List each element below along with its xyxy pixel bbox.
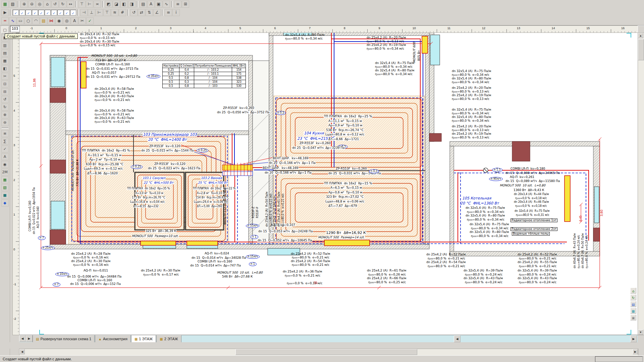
view-previous-button[interactable]: ↺ [51, 1, 59, 8]
page-bottom-button[interactable]: ◪ [113, 1, 120, 8]
sum-results-button[interactable]: ∑ [1, 138, 9, 145]
angle-button[interactable]: ∠ [153, 9, 161, 16]
sheet-tab-floor-1[interactable]: ▦1 ЭТАЖ [131, 335, 156, 343]
insert-table-button[interactable]: ▤ [140, 1, 147, 8]
tabbar-mid-scroll-button[interactable]: ◀ [454, 336, 461, 342]
draw-rect-button[interactable]: ▭ [17, 17, 24, 24]
vertical-scrollbar[interactable]: ▲ ▼ [638, 33, 644, 335]
layer-toggle-8[interactable]: ✓ [57, 10, 63, 15]
horizontal-scrollbar[interactable]: ◀ ▶ [19, 349, 638, 356]
layer-toggle-5[interactable]: ✓ [38, 10, 44, 15]
radiator-tool-button[interactable]: ▤ [40, 17, 47, 24]
labels-button[interactable]: A [1, 153, 9, 160]
hatch-side-button[interactable]: ▧ [1, 184, 9, 191]
options-button[interactable]: ⊞ [182, 1, 189, 8]
layer-toggle-7[interactable]: ✓ [51, 10, 57, 15]
copy-button[interactable]: ⊡ [1, 80, 9, 87]
open-drawing-button[interactable]: ▧ [9, 1, 16, 8]
new-file-button[interactable]: ▢ [1, 26, 9, 34]
print-button[interactable]: ▤ [1, 50, 9, 57]
vertical-scroll-thumb[interactable] [638, 39, 644, 60]
layers-side-button[interactable]: ▦ [1, 176, 9, 183]
undo-button[interactable]: ↺ [1, 96, 9, 103]
horizontal-scroll-thumb[interactable] [235, 349, 417, 355]
status-side-button[interactable]: ■ [1, 192, 9, 199]
cut-button[interactable]: ✂ [1, 73, 9, 80]
page-setup-button[interactable]: ◧ [1, 65, 9, 72]
layer-toggle-2[interactable]: ✓ [19, 10, 25, 15]
ruler-corner-button[interactable] [638, 25, 644, 33]
view-next-button[interactable]: ↻ [59, 1, 66, 8]
zoom-2m-button[interactable]: 2M [1, 169, 9, 176]
insert-text-button[interactable]: A [147, 1, 155, 8]
paste-button[interactable]: ⊟ [1, 88, 9, 95]
new-drawing-button[interactable]: ▦ [1, 1, 9, 8]
page-left-button[interactable]: ◧ [120, 1, 128, 8]
notes-button[interactable]: ▣ [630, 314, 636, 320]
align-top-button[interactable]: ⊤ [103, 9, 111, 16]
align-right-button[interactable]: ⊢ [96, 9, 103, 16]
check-button[interactable]: ✓ [1, 145, 9, 153]
draw-polyline-button[interactable]: ∿ [9, 17, 16, 24]
mirror-button[interactable]: ⇄ [138, 9, 145, 16]
zoom-in-button[interactable]: ⊕ [20, 1, 28, 8]
sensor-tool-button[interactable]: ◎ [63, 17, 70, 24]
rotate-button[interactable]: ↺ [130, 9, 138, 16]
scroll-down-button[interactable]: ▼ [638, 329, 643, 335]
snap-grid-button[interactable]: # [119, 9, 126, 16]
pan-button[interactable]: ↔ [67, 1, 74, 8]
data-tables-button[interactable]: ≡ [1, 130, 9, 137]
draw-circle-button[interactable]: ○ [24, 17, 32, 24]
properties-button[interactable]: ≡ [174, 1, 181, 8]
page-top-button[interactable]: ◩ [105, 1, 112, 8]
ruler-horizontal-button[interactable]: ⊤ [78, 1, 86, 8]
zoom-in-side-button[interactable]: ⊕ [1, 111, 9, 118]
scroll-right-button[interactable]: ▶ [633, 349, 638, 354]
zoom-fit-button[interactable]: ⌂ [630, 288, 636, 294]
insert-object-button[interactable]: ▣ [155, 1, 162, 8]
export-button[interactable]: ◆ [1, 199, 9, 206]
insert-polyline-button[interactable]: ∿ [163, 1, 170, 8]
zoom-out-side-button[interactable]: ⊖ [1, 119, 9, 126]
refresh-view-button[interactable]: ↻ [630, 294, 636, 300]
sheet-tab-floor-2[interactable]: ▦2 ЭТАЖ [156, 335, 181, 343]
draw-arc-button[interactable]: ◠ [32, 17, 40, 24]
scroll-up-button[interactable]: ▲ [638, 33, 643, 38]
print-preview-button[interactable]: ▦ [1, 57, 9, 64]
measure-button[interactable]: ≍ [94, 1, 101, 8]
info-button[interactable]: i [172, 9, 180, 16]
move-button[interactable]: ⇅ [146, 9, 153, 16]
eraser-button[interactable]: ✂ [78, 17, 86, 24]
tabs-scroll-left-button[interactable]: ◀ [19, 335, 26, 342]
align-left-button[interactable]: ⊣ [80, 9, 88, 16]
pump-tool-button[interactable]: ◉ [55, 17, 63, 24]
layers-button[interactable]: ≡ [165, 9, 172, 16]
legend-button[interactable]: ▤ [630, 301, 636, 307]
ruler-vertical-button[interactable]: ⊢ [86, 1, 93, 8]
zoom-extents-button[interactable]: ⌂ [44, 1, 51, 8]
layer-toggle-3[interactable]: ✓ [25, 10, 32, 15]
label-tool-button[interactable]: A [71, 17, 78, 24]
sheet-tab-axonometry[interactable]: ▲Аксонометрия [95, 335, 131, 343]
zoom-out-button[interactable]: ⊖ [28, 1, 36, 8]
select-tool-button[interactable]: ▶ [1, 9, 9, 16]
zoom-window-button[interactable]: ◎ [36, 1, 43, 8]
scroll-left-button[interactable]: ◀ [19, 349, 25, 354]
tabbar-right-scroll-button[interactable]: ▶ [630, 336, 637, 342]
results-button[interactable]: ◉ [1, 161, 9, 168]
layer-toggle-10[interactable]: ✓ [70, 10, 76, 15]
align-center-button[interactable]: ⊥ [88, 9, 95, 16]
valve-tool-button[interactable]: ⋈ [48, 17, 55, 24]
check-drawing-button[interactable]: ✓ [86, 17, 94, 24]
distribute-button[interactable]: ≋ [111, 9, 118, 16]
draw-pipe-button[interactable]: ═ [1, 17, 9, 24]
page-right-button[interactable]: ◨ [128, 1, 136, 8]
redo-button[interactable]: ↻ [1, 104, 9, 111]
layer-toggle-6[interactable]: ✓ [45, 10, 51, 15]
layer-toggle-1[interactable]: ✓ [13, 10, 19, 15]
layer-toggle-9[interactable]: ✓ [64, 10, 70, 15]
tabs-scroll-right-button[interactable]: ▶ [26, 335, 33, 342]
print-area-button[interactable]: ▦ [630, 308, 636, 314]
sheet-tab-flat-scheme[interactable]: ▤Развернутая плоская схема 1 [33, 335, 95, 343]
layer-toggle-4[interactable]: ✓ [32, 10, 38, 15]
